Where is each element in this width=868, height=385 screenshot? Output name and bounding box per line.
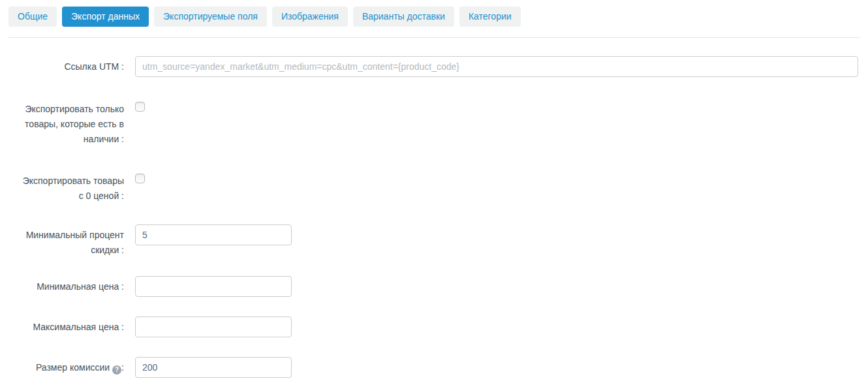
commission-input[interactable] — [135, 357, 292, 378]
utm-link-input[interactable] — [135, 56, 858, 77]
min-discount-label: Минимальный процент скидки : — [17, 224, 124, 258]
export-in-stock-only-checkbox[interactable] — [135, 102, 145, 112]
form-group-utm-link: Ссылка UTM : — [17, 56, 858, 77]
utm-link-label: Ссылка UTM : — [17, 56, 124, 74]
max-price-label: Максимальная цена : — [17, 316, 124, 335]
utm-link-control — [135, 56, 858, 77]
export-in-stock-only-control — [135, 99, 858, 114]
commission-label: Размер комиссии?: — [17, 357, 124, 375]
form-group-min-discount: Минимальный процент скидки : — [17, 224, 858, 258]
form-group-export-in-stock-only: Экспортировать только товары, которые ес… — [17, 99, 858, 147]
form-group-max-price: Максимальная цена : — [17, 316, 858, 337]
export-zero-price-control — [135, 170, 858, 186]
min-price-control — [135, 276, 292, 297]
export-settings-form: Ссылка UTM : Экспортировать только товар… — [0, 38, 868, 378]
export-in-stock-only-label: Экспортировать только товары, которые ес… — [17, 99, 124, 147]
min-discount-input[interactable] — [135, 224, 292, 245]
tab-images[interactable]: Изображения — [272, 7, 348, 27]
commission-control — [135, 357, 292, 378]
settings-page: Общие Экспорт данных Экспортируемые поля… — [0, 0, 868, 378]
help-question-icon[interactable]: ? — [112, 365, 121, 375]
form-group-export-zero-price: Экспортировать товары с 0 ценой : — [17, 170, 858, 204]
form-group-min-price: Минимальная цена : — [17, 276, 858, 297]
tab-data-export[interactable]: Экспорт данных — [62, 7, 149, 27]
min-price-input[interactable] — [135, 276, 292, 297]
min-price-label: Минимальная цена : — [17, 276, 124, 294]
max-price-input[interactable] — [135, 316, 292, 337]
min-discount-control — [135, 224, 292, 245]
commission-label-colon: : — [121, 362, 124, 373]
tab-bar: Общие Экспорт данных Экспортируемые поля… — [0, 0, 868, 27]
max-price-control — [135, 316, 292, 337]
commission-label-text: Размер комиссии — [36, 362, 110, 373]
export-zero-price-label: Экспортировать товары с 0 ценой : — [17, 170, 124, 204]
tab-general[interactable]: Общие — [8, 7, 57, 27]
tab-delivery-options[interactable]: Варианты доставки — [353, 7, 454, 27]
export-zero-price-checkbox[interactable] — [135, 174, 145, 183]
tab-categories[interactable]: Категории — [459, 7, 521, 27]
tab-exported-fields[interactable]: Экспортируемые поля — [154, 7, 267, 27]
form-group-commission: Размер комиссии?: — [17, 357, 858, 378]
